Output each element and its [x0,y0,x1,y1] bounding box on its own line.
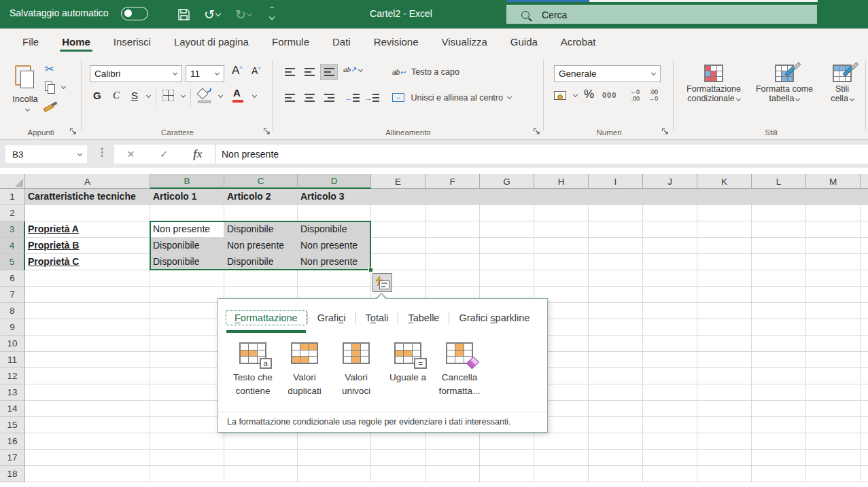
cell-C18[interactable] [224,466,298,482]
decrease-decimal-button[interactable]: .00→0 [648,88,658,102]
ribbon-tab-guida[interactable]: Guida [499,29,549,54]
ribbon-tab-file[interactable]: File [11,29,50,54]
cell-G3[interactable] [480,221,534,238]
cell-E5[interactable] [371,254,426,270]
cell-I1[interactable] [589,189,643,205]
cell-F17[interactable] [426,450,480,466]
cell-L1[interactable] [752,189,806,205]
cell-C4[interactable]: Non presente [224,238,298,254]
cell-B1[interactable]: Articolo 1 [150,189,224,205]
ribbon-tab-revisione[interactable]: Revisione [362,29,430,54]
cell-L3[interactable] [752,221,806,238]
cell-M10[interactable] [806,336,861,352]
cell-L13[interactable] [752,384,806,401]
decrease-indent-button[interactable]: ← [343,90,361,106]
row-header-14[interactable]: 14 [0,401,25,417]
cell-L14[interactable] [752,401,806,417]
cell-M13[interactable] [806,384,861,401]
merge-center-button[interactable]: ↔ Unisci e allinea al centro [392,91,511,103]
save-button[interactable] [174,5,193,23]
cell-H1[interactable] [534,189,589,205]
cell-B6[interactable] [150,270,224,287]
cell-A14[interactable] [25,401,150,417]
cell-K3[interactable] [697,221,752,238]
cell-L12[interactable] [752,368,806,384]
cell-A8[interactable] [25,303,150,319]
insert-function-button[interactable]: fx [193,148,202,160]
cell-L4[interactable] [752,238,806,254]
cell-I3[interactable] [589,221,643,238]
cell-K9[interactable] [697,319,752,336]
font-name-combo[interactable]: Calibri [90,65,182,82]
quick-access-toolbar-button[interactable] [262,5,281,23]
qa-item-text-contains[interactable]: aTesto che contiene [227,342,279,397]
cell-H4[interactable] [534,238,589,254]
cell-A4[interactable]: Proprietà B [25,238,150,254]
cell-I14[interactable] [589,401,643,417]
row-header-8[interactable]: 8 [0,303,25,319]
cell-K6[interactable] [697,270,752,287]
align-right-button[interactable] [320,90,338,106]
cell-K2[interactable] [697,205,752,221]
cell-F16[interactable] [426,433,480,450]
cell-K16[interactable] [697,433,752,450]
cell-I8[interactable] [589,303,643,319]
decrease-font-button[interactable]: A˅ [251,65,261,76]
cell-I7[interactable] [589,287,643,303]
orientation-button[interactable]: ab↗ [343,65,362,74]
number-dialog-launcher[interactable] [661,128,670,136]
increase-indent-button[interactable]: → [363,90,381,106]
cell-B8[interactable] [150,303,224,319]
cell-A12[interactable] [25,368,150,384]
cell-I12[interactable] [589,368,643,384]
cell-D16[interactable] [298,433,371,450]
cell-H6[interactable] [534,270,589,287]
cell-F2[interactable] [426,205,480,221]
cell-J5[interactable] [643,254,697,270]
cell-I10[interactable] [589,336,643,352]
search-box[interactable]: Cerca [506,5,817,24]
cell-C6[interactable] [224,270,298,287]
row-header-18[interactable]: 18 [0,466,25,482]
cell-L15[interactable] [752,417,806,433]
cell-J1[interactable] [643,189,697,205]
cell-E2[interactable] [371,205,426,221]
cell-J11[interactable] [643,352,697,368]
cell-G6[interactable] [480,270,534,287]
cell-L17[interactable] [752,450,806,466]
cell-A9[interactable] [25,319,150,336]
wrap-text-button[interactable]: ab↩ Testo a capo [392,65,459,77]
cell-J15[interactable] [643,417,697,433]
cell-M9[interactable] [806,319,861,336]
cell-M17[interactable] [806,450,861,466]
cell-C1[interactable]: Articolo 2 [224,189,298,205]
font-color-button[interactable]: A [233,87,241,99]
row-header-2[interactable]: 2 [0,205,25,221]
cell-K4[interactable] [697,238,752,254]
cell-B2[interactable] [150,205,224,221]
row-header-6[interactable]: 6 [0,270,25,287]
column-header-G[interactable]: G [480,174,534,189]
borders-button[interactable] [162,90,174,101]
alignment-dialog-launcher[interactable] [533,128,541,136]
cell-I9[interactable] [589,319,643,336]
cell-B7[interactable] [150,287,224,303]
row-header-10[interactable]: 10 [0,336,25,352]
cell-L5[interactable] [752,254,806,270]
cell-M8[interactable] [806,303,861,319]
cell-A1[interactable]: Caratteristiche tecniche [25,189,150,205]
autosave-toggle[interactable] [121,7,148,20]
cell-K7[interactable] [697,287,752,303]
cell-G2[interactable] [480,205,534,221]
fill-color-chevron-icon[interactable] [218,93,223,98]
cell-B5[interactable]: Disponibile [150,254,224,270]
row-header-16[interactable]: 16 [0,433,25,450]
ribbon-tab-visualizza[interactable]: Visualizza [430,29,499,54]
cell-H5[interactable] [534,254,589,270]
cell-D3[interactable]: Disponibile [298,221,371,238]
cell-M14[interactable] [806,401,861,417]
qa-tab-tabelle[interactable]: Tabelle [400,311,447,325]
paste-button[interactable]: Incolla [10,64,41,122]
cell-M7[interactable] [806,287,861,303]
cell-J4[interactable] [643,238,697,254]
